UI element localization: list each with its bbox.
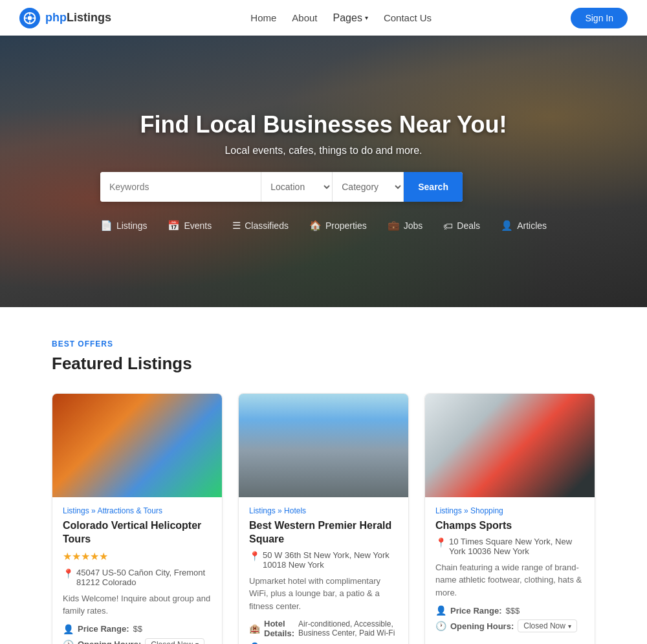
search-bar: Location Category Search (100, 172, 463, 202)
card-desc-1: Kids Welcome! Inquire about group and fa… (63, 592, 212, 617)
price-icon-3: 👤 (435, 605, 446, 616)
tab-jobs[interactable]: 💼 Jobs (388, 220, 423, 231)
chevron-down-icon: ▾ (365, 14, 368, 21)
card-price-3: 👤 Price Range: $$$ (435, 605, 584, 616)
search-button[interactable]: Search (404, 172, 463, 202)
search-keywords-input[interactable] (100, 172, 261, 202)
card-title-2: Best Western Premier Herald Square (249, 519, 398, 546)
hours-dropdown-1[interactable]: Closed Now ▾ (145, 638, 204, 644)
card-image-3 (425, 394, 595, 497)
listing-card-3: Listings » Shopping Champs Sports 📍 10 T… (424, 393, 595, 644)
tab-classifieds[interactable]: ☰ Classifieds (232, 220, 289, 231)
tab-deals-label: Deals (457, 220, 480, 231)
tab-articles-label: Articles (517, 220, 547, 231)
brand-name-text: phpListings (45, 11, 111, 25)
svg-point-1 (28, 16, 32, 20)
events-icon: 📅 (168, 220, 180, 231)
card-desc-3: Chain featuring a wide range of brand-na… (435, 561, 584, 599)
chevron-icon-3: ▾ (568, 623, 571, 630)
section-tag: BEST OFFERS (52, 339, 595, 349)
card-category-1: Listings » Attractions & Tours (63, 506, 212, 515)
card-category-listings-link-3[interactable]: Listings (435, 506, 462, 515)
price-icon-1: 👤 (63, 624, 74, 634)
search-location-select[interactable]: Location (261, 172, 333, 202)
tab-classifieds-label: Classifieds (245, 220, 289, 231)
location-pin-icon-2: 📍 (249, 551, 260, 561)
card-category-type-link-3[interactable]: Shopping (470, 506, 503, 515)
location-pin-icon-1: 📍 (63, 568, 74, 579)
card-category-type-link-2[interactable]: Hotels (284, 506, 306, 515)
deals-icon: 🏷 (443, 220, 453, 231)
main-content: BEST OFFERS Featured Listings Listings »… (0, 307, 647, 644)
clock-icon-1: 🕐 (63, 639, 74, 644)
brand-logo-link[interactable]: phpListings (19, 8, 111, 28)
jobs-icon: 💼 (388, 220, 400, 231)
tab-properties[interactable]: 🏠 Properties (309, 220, 367, 231)
card-body-2: Listings » Hotels Best Western Premier H… (239, 497, 408, 644)
clock-icon-3: 🕐 (435, 621, 446, 631)
card-location-2: 📍 50 W 36th St New York, New York 10018 … (249, 550, 398, 570)
hotel-icon-2: 🏨 (249, 623, 260, 634)
card-location-3: 📍 10 Times Square New York, New York 100… (435, 537, 584, 556)
card-body-3: Listings » Shopping Champs Sports 📍 10 T… (425, 497, 595, 644)
nav-contact[interactable]: Contact Us (384, 12, 432, 23)
tab-events-label: Events (184, 220, 212, 231)
section-title: Featured Listings (52, 354, 595, 374)
card-category-listings-link-2[interactable]: Listings (249, 506, 276, 515)
card-image-1 (52, 394, 222, 497)
hero-content: Find Local Businesses Near You! Local ev… (100, 111, 547, 231)
card-desc-2: Upmarket hotel with complimentary WiFi, … (249, 575, 398, 613)
tab-listings-label: Listings (116, 220, 147, 231)
card-price-1: 👤 Price Range: $$ (63, 624, 212, 634)
card-category-3: Listings » Shopping (435, 506, 584, 515)
listings-icon: 📄 (100, 220, 113, 231)
tab-articles[interactable]: 👤 Articles (501, 220, 547, 231)
card-hours-3: 🕐 Opening Hours: Closed Now ▾ (435, 619, 584, 632)
articles-icon: 👤 (501, 220, 513, 231)
cards-container: Listings » Attractions & Tours Colorado … (52, 393, 595, 644)
card-stars-1: ★★★★★ (63, 550, 212, 563)
tab-listings[interactable]: 📄 Listings (100, 220, 147, 231)
nav-about[interactable]: About (292, 12, 317, 23)
card-hours-1: 🕐 Opening Hours: Closed Now ▾ (63, 638, 212, 644)
card-category-listings-link-1[interactable]: Listings (63, 506, 89, 515)
search-category-select[interactable]: Category (333, 172, 404, 202)
card-category-type-link-1[interactable]: Attractions & Tours (97, 506, 162, 515)
brand-logo-icon (19, 8, 40, 28)
tab-properties-label: Properties (325, 220, 367, 231)
properties-icon: 🏠 (309, 220, 322, 231)
card-category-2: Listings » Hotels (249, 506, 398, 515)
card-body-1: Listings » Attractions & Tours Colorado … (52, 497, 222, 644)
nav-home[interactable]: Home (250, 12, 276, 23)
classifieds-icon: ☰ (232, 220, 241, 231)
chevron-icon-1: ▾ (195, 641, 199, 644)
nav-pages[interactable]: Pages ▾ (333, 12, 368, 24)
card-title-1: Colorado Vertical Helicopter Tours (63, 519, 212, 546)
listing-card-2: Listings » Hotels Best Western Premier H… (238, 393, 409, 644)
hero-title: Find Local Businesses Near You! (100, 111, 547, 138)
nav-links: Home About Pages ▾ Contact Us (250, 12, 432, 24)
sign-in-button[interactable]: Sign In (571, 8, 628, 28)
card-title-3: Champs Sports (435, 519, 584, 533)
card-image-2 (239, 394, 408, 497)
listing-card-1: Listings » Attractions & Tours Colorado … (52, 393, 223, 644)
hours-dropdown-3[interactable]: Closed Now ▾ (518, 619, 577, 632)
tab-jobs-label: Jobs (404, 220, 423, 231)
hero-tabs: 📄 Listings 📅 Events ☰ Classifieds 🏠 Prop… (100, 220, 547, 231)
hero-subtitle: Local events, cafes, things to do and mo… (100, 145, 547, 156)
location-pin-icon-3: 📍 (435, 537, 446, 548)
card-hotel-details-2: 🏨 Hotel Details: Air-conditioned, Access… (249, 619, 398, 638)
card-location-1: 📍 45047 US-50 Cañon City, Fremont 81212 … (63, 568, 212, 587)
hero-section: Find Local Businesses Near You! Local ev… (0, 36, 647, 307)
tab-events[interactable]: 📅 Events (168, 220, 212, 231)
tab-deals[interactable]: 🏷 Deals (443, 220, 480, 231)
navbar: phpListings Home About Pages ▾ Contact U… (0, 0, 647, 36)
